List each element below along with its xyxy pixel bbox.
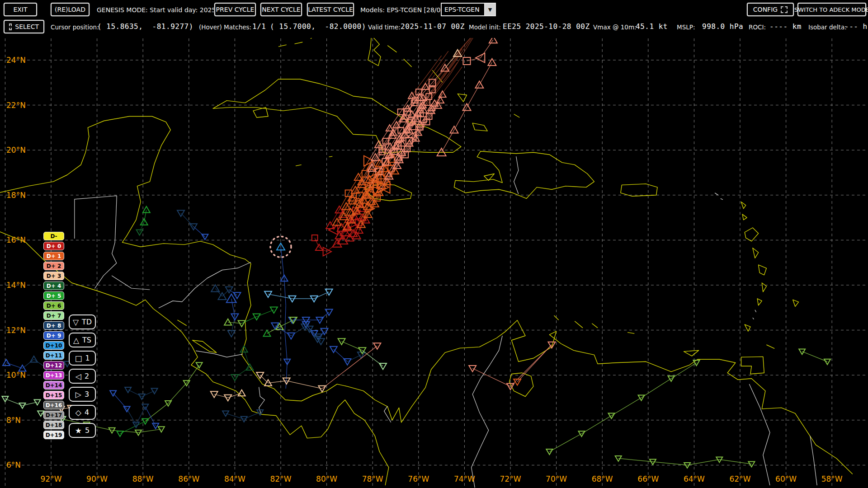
select-button[interactable]: SELECT bbox=[4, 20, 44, 33]
mslp-label: MSLP: bbox=[677, 23, 695, 31]
legend-day-chip: D+16 bbox=[43, 401, 64, 409]
legend-day-chip: D+11 bbox=[43, 351, 64, 360]
svg-text:66°W: 66°W bbox=[637, 474, 659, 483]
svg-text:20°N: 20°N bbox=[6, 145, 26, 155]
legend-day-chip: D+19 bbox=[43, 431, 64, 439]
legend-day-chip: D+17 bbox=[43, 411, 64, 419]
legend-day-chip: D+ 7 bbox=[43, 311, 64, 320]
legend-day-chip: D+ 5 bbox=[43, 291, 64, 300]
svg-text:84°W: 84°W bbox=[224, 474, 245, 483]
next-cycle-button[interactable]: NEXT CYCLE bbox=[260, 3, 302, 16]
mslp-value: 998.0 hPa bbox=[702, 22, 743, 31]
legend-day-chip: D+10 bbox=[43, 341, 64, 350]
legend-day-chip: D+ 8 bbox=[43, 321, 64, 330]
model-select-value: EPS-TCGEN bbox=[442, 6, 484, 13]
dropdown-arrow-icon[interactable]: ▼ bbox=[484, 4, 495, 15]
cursor-position-value: ( 15.8635, -81.9277) bbox=[97, 22, 193, 31]
hover-matches-value: 1/1 bbox=[252, 22, 266, 31]
svg-text:70°W: 70°W bbox=[546, 474, 567, 483]
svg-text:22°N: 22°N bbox=[6, 101, 26, 110]
select-label: SELECT bbox=[15, 23, 39, 30]
1-symbol-icon: □ bbox=[75, 354, 82, 363]
4-symbol-icon: ◇ bbox=[75, 408, 81, 417]
svg-text:92°W: 92°W bbox=[41, 474, 62, 483]
svg-text:76°W: 76°W bbox=[408, 474, 429, 483]
config-button[interactable]: CONFIG bbox=[747, 3, 794, 16]
3-symbol-icon: ▷ bbox=[75, 390, 81, 399]
hover-coords-value: ( 15.7000, -82.0000) bbox=[270, 22, 366, 31]
svg-text:82°W: 82°W bbox=[270, 474, 292, 483]
svg-text:88°W: 88°W bbox=[132, 474, 154, 483]
roci-label: ROCI: bbox=[749, 23, 766, 31]
legend-day-chip: D+13 bbox=[43, 371, 64, 380]
legend-day-chip: D+ 2 bbox=[43, 262, 64, 270]
svg-text:64°W: 64°W bbox=[684, 474, 705, 483]
svg-text:16°N: 16°N bbox=[6, 235, 26, 244]
legend-symbol-ts: △TS bbox=[69, 333, 96, 347]
vmax-label: Vmax @ 10m: bbox=[593, 23, 637, 31]
config-box-icon bbox=[781, 6, 788, 13]
legend-day-chip: D+ 1 bbox=[43, 252, 64, 260]
legend-day-chip: D+ 0 bbox=[43, 242, 64, 250]
exit-button[interactable]: EXIT bbox=[4, 3, 37, 16]
svg-text:86°W: 86°W bbox=[178, 474, 199, 483]
2-symbol-icon: ◁ bbox=[75, 372, 81, 381]
models-label: Models: EPS-TCGEN [28/00Z] bbox=[360, 6, 451, 14]
hover-matches-label: (Hover) Matches: bbox=[199, 23, 251, 31]
legend-day-chip: D+ 6 bbox=[43, 301, 64, 310]
map-canvas[interactable]: 92°W90°W88°W86°W84°W82°W80°W78°W76°W74°W… bbox=[0, 0, 868, 488]
svg-text:14°N: 14°N bbox=[6, 281, 26, 290]
svg-text:24°N: 24°N bbox=[6, 56, 26, 65]
prev-cycle-button[interactable]: PREV CYCLE bbox=[214, 3, 256, 16]
legend-intensity-symbols: ▽TD△TS□1◁2▷3◇4★5 bbox=[69, 314, 96, 441]
model-select[interactable]: EPS-TCGEN ▼ bbox=[441, 3, 496, 16]
model-init-value: EE25 2025-10-28 00Z bbox=[503, 22, 590, 31]
legend-day-chip: D- bbox=[43, 232, 64, 240]
legend-day-chip: D+15 bbox=[43, 391, 64, 399]
svg-text:10°N: 10°N bbox=[6, 371, 26, 380]
model-init-label: Model init: bbox=[469, 23, 501, 31]
legend-day-chip: D+ 4 bbox=[43, 282, 64, 290]
legend-symbol-4: ◇4 bbox=[69, 405, 96, 420]
svg-text:18°N: 18°N bbox=[6, 191, 26, 200]
legend-day-chip: D+18 bbox=[43, 421, 64, 429]
legend-symbol-5: ★5 bbox=[69, 423, 96, 438]
legend-day-chip: D+ 9 bbox=[43, 331, 64, 340]
svg-text:8°N: 8°N bbox=[6, 416, 21, 425]
switch-adeck-button[interactable]: SWITCH TO ADECK MODE bbox=[797, 3, 866, 16]
legend-symbol-3: ▷3 bbox=[69, 387, 96, 402]
svg-text:62°W: 62°W bbox=[730, 474, 751, 483]
select-box-icon bbox=[9, 23, 12, 30]
svg-text:58°W: 58°W bbox=[821, 474, 843, 483]
svg-text:12°N: 12°N bbox=[6, 326, 26, 335]
cursor-position-label: Cursor position: bbox=[51, 23, 99, 31]
legend-day-chip: D+12 bbox=[43, 361, 64, 370]
svg-text:74°W: 74°W bbox=[454, 474, 475, 483]
td-symbol-icon: ▽ bbox=[73, 318, 79, 327]
latest-cycle-button[interactable]: LATEST CYCLE bbox=[307, 3, 354, 16]
svg-text:60°W: 60°W bbox=[775, 474, 797, 483]
svg-text:80°W: 80°W bbox=[316, 474, 337, 483]
legend-symbol-td: ▽TD bbox=[69, 314, 96, 329]
roci-value: ---- km bbox=[769, 22, 802, 31]
legend-day-chip: D+ 3 bbox=[43, 272, 64, 280]
svg-text:68°W: 68°W bbox=[592, 474, 613, 483]
svg-text:78°W: 78°W bbox=[362, 474, 383, 483]
isobar-delta-label: Isobar delta: bbox=[808, 23, 847, 31]
valid-time-label: Valid time: bbox=[368, 23, 401, 31]
legend-day-colors: D-D+ 0D+ 1D+ 2D+ 3D+ 4D+ 5D+ 6D+ 7D+ 8D+… bbox=[43, 232, 64, 441]
legend-symbol-2: ◁2 bbox=[69, 369, 96, 384]
vmax-value: 45.1 kt bbox=[636, 22, 668, 31]
legend-symbol-1: □1 bbox=[69, 351, 96, 366]
5-symbol-icon: ★ bbox=[75, 426, 82, 435]
map-svg[interactable]: 92°W90°W88°W86°W84°W82°W80°W78°W76°W74°W… bbox=[0, 0, 868, 488]
svg-text:6°N: 6°N bbox=[6, 460, 21, 469]
toolbar: EXIT (RE)LOAD GENESIS MODE: Start valid … bbox=[0, 0, 868, 38]
svg-text:72°W: 72°W bbox=[500, 474, 521, 483]
legend-day-chip: D+14 bbox=[43, 381, 64, 389]
isobar-delta-value: --- h bbox=[844, 22, 868, 31]
svg-text:90°W: 90°W bbox=[86, 474, 108, 483]
reload-button[interactable]: (RE)LOAD bbox=[51, 3, 90, 16]
valid-time-value: 2025-11-07 00Z bbox=[401, 22, 465, 31]
ts-symbol-icon: △ bbox=[73, 336, 79, 345]
